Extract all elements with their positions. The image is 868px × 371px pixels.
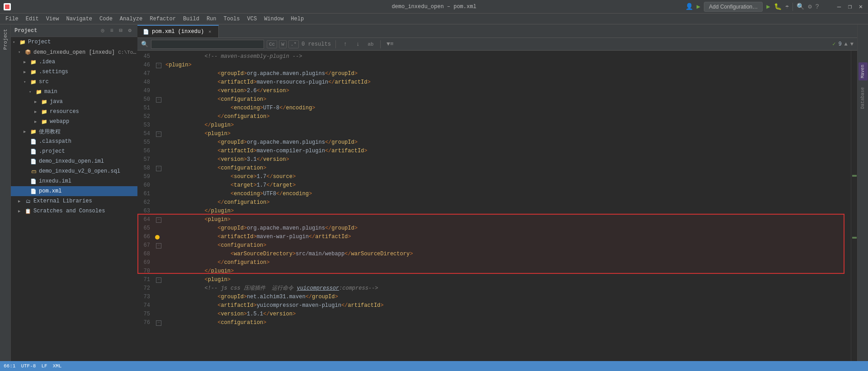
word-option-icon[interactable]: W	[279, 40, 287, 48]
tree-item-demo-sql[interactable]: ▶ 🗃 demo_inxedu_v2_0_open.sql	[11, 166, 137, 176]
fold-icon[interactable]: −	[156, 217, 161, 223]
coverage-icon[interactable]: ☂	[785, 3, 789, 10]
menu-tools[interactable]: Tools	[220, 15, 244, 23]
menu-vcs[interactable]: VCS	[244, 15, 261, 23]
menu-build[interactable]: Build	[179, 15, 203, 23]
database-panel-icon[interactable]: Database	[859, 87, 868, 109]
tree-label: Project	[28, 39, 51, 45]
search-everywhere-icon[interactable]: 🔍	[797, 3, 804, 10]
collapse-icon[interactable]: ⊟	[117, 27, 125, 35]
tab-file-icon: 📄	[143, 29, 149, 35]
tree-item-project-file[interactable]: ▶ 📄 .project	[11, 146, 137, 156]
tree-arrow: ▶	[24, 60, 30, 65]
down-arrow-icon[interactable]: ▼	[850, 41, 854, 47]
settings-icon[interactable]: ⚙	[808, 3, 811, 10]
tree-item-src[interactable]: ▾ 📁 src	[11, 77, 137, 87]
debug-icon[interactable]: 🐛	[774, 3, 782, 10]
project-tab-vertical[interactable]: Project	[2, 27, 9, 52]
fold-icon[interactable]: −	[156, 63, 161, 68]
maximize-button[interactable]: ❐	[846, 3, 854, 10]
regex-icon[interactable]: .*	[288, 40, 299, 48]
tree-arrow: ▾	[18, 50, 24, 55]
fold-icon[interactable]: −	[156, 320, 161, 326]
code-line-47: 47 <groupId>org.apache.maven.plugins</gr…	[137, 70, 851, 78]
menu-code[interactable]: Code	[96, 15, 116, 23]
tree-item-webapp[interactable]: ▶ 📁 webapp	[11, 117, 137, 127]
tree-item-classpath[interactable]: ▶ 📄 .classpath	[11, 136, 137, 146]
search-word-icon[interactable]: ab	[366, 39, 376, 49]
code-line-63: 63 </plugin>	[137, 207, 851, 216]
tree-item-jiaocheng[interactable]: ▶ 📁 使用教程	[11, 127, 137, 136]
tree-item-external-libs[interactable]: ▶ 🗂 External Libraries	[11, 196, 137, 206]
tree-item-idea[interactable]: ▶ 📁 .idea	[11, 57, 137, 67]
run-icon[interactable]: ▶	[766, 3, 770, 10]
fold-icon[interactable]: −	[156, 243, 161, 249]
menu-view[interactable]: View	[42, 15, 63, 23]
status-file-type: XML	[53, 363, 62, 369]
check-badge: ✓	[832, 41, 835, 47]
menu-help[interactable]: Help	[287, 15, 307, 23]
filter-icon[interactable]: ▼≡	[385, 39, 395, 49]
project-panel: Project ◎ ≡ ⊟ ⚙ ▾ 📁 Project ▾	[11, 24, 137, 361]
tree-label: Scratches and Consoles	[33, 208, 105, 214]
help-icon[interactable]: ?	[816, 3, 819, 10]
menu-navigate[interactable]: Navigate	[62, 15, 96, 23]
fold-icon[interactable]: −	[156, 166, 161, 171]
tree-arrow: ▾	[24, 80, 30, 85]
tree-item-settings[interactable]: ▶ 📁 .settings	[11, 67, 137, 77]
expand-all-icon[interactable]: ≡	[108, 27, 116, 35]
close-button[interactable]: ✕	[857, 3, 864, 10]
minimize-button[interactable]: —	[835, 3, 843, 10]
tree-item-java[interactable]: ▶ 📁 java	[11, 97, 137, 107]
status-encoding: UTF-8	[21, 363, 36, 369]
next-result-icon[interactable]: ↓	[353, 39, 363, 49]
code-line-64: 64 − <plugin>	[137, 216, 851, 224]
tree-item-demo-inxedu[interactable]: ▾ 📦 demo_inxedu_open [inxedu] C:\Tools\e…	[11, 47, 137, 57]
maven-panel-icon[interactable]: Maven	[859, 62, 868, 80]
tree-item-resources[interactable]: ▶ 📁 resources	[11, 107, 137, 117]
code-line-50: 50 − <configuration>	[137, 95, 851, 104]
code-line-58: 58 − <configuration>	[137, 164, 851, 173]
tree-item-main[interactable]: ▾ 📁 main	[11, 87, 137, 97]
code-line-52: 52 </configuration>	[137, 113, 851, 121]
resources-folder-icon: 📁	[41, 108, 48, 115]
fold-icon[interactable]: −	[156, 277, 161, 283]
window-title: demo_inxedu_open – pom.xml	[392, 4, 476, 10]
up-arrow-icon[interactable]: ▲	[844, 41, 848, 47]
tab-close-button[interactable]: ✕	[207, 28, 213, 35]
tree-item-project-root[interactable]: ▾ 📁 Project	[11, 37, 137, 47]
menu-file[interactable]: File	[2, 15, 22, 23]
fold-icon[interactable]: −	[156, 131, 161, 137]
menu-bar: File Edit View Navigate Code Analyze Ref…	[0, 14, 868, 24]
tab-pom-xml[interactable]: 📄 pom.xml (inxedu) ✕	[137, 25, 219, 38]
tree-label: 使用教程	[39, 128, 61, 136]
search-input[interactable]	[151, 40, 264, 49]
code-editor[interactable]: 45 <!-- maven-assembly-plugin --> 46 − <…	[137, 51, 857, 361]
add-config-button[interactable]: Add Configuration…	[704, 2, 763, 12]
tree-item-inxedu-iml[interactable]: ▶ 📄 inxedu.iml	[11, 176, 137, 186]
menu-window[interactable]: Window	[260, 15, 287, 23]
fold-icon[interactable]: −	[156, 97, 161, 103]
code-line-45: 45 <!-- maven-assembly-plugin -->	[137, 52, 851, 61]
tree-settings-icon[interactable]: ⚙	[126, 27, 134, 35]
code-line-46: 46 − <plugin>	[137, 61, 851, 70]
folder-icon: 📁	[30, 128, 37, 135]
menu-run[interactable]: Run	[203, 15, 220, 23]
tab-bar: 📄 pom.xml (inxedu) ✕	[137, 24, 857, 38]
menu-refactor[interactable]: Refactor	[146, 15, 179, 23]
search-separator	[335, 40, 336, 48]
tree-item-pom-xml[interactable]: ▶ 📄 pom.xml	[11, 186, 137, 196]
breakpoint-icon[interactable]	[155, 235, 160, 240]
vcs-icon[interactable]: ▶	[697, 3, 700, 10]
title-bar: demo_inxedu_open – pom.xml 👤 ▶ Add Confi…	[0, 0, 868, 14]
tree-item-scratches[interactable]: ▶ 📋 Scratches and Consoles	[11, 206, 137, 216]
code-line-48: 48 <artifactId>maven-resources-plugin</a…	[137, 78, 851, 87]
tree-item-demo-iml[interactable]: ▶ 📄 demo_inxedu_open.iml	[11, 156, 137, 166]
menu-analyze[interactable]: Analyze	[116, 15, 146, 23]
locate-in-tree-icon[interactable]: ◎	[99, 27, 107, 35]
user-icon: 👤	[685, 3, 693, 10]
menu-edit[interactable]: Edit	[22, 15, 42, 23]
prev-result-icon[interactable]: ↑	[340, 39, 350, 49]
code-line-70: 70 </plugin>	[137, 267, 851, 276]
match-case-icon[interactable]: Cc	[267, 40, 277, 48]
